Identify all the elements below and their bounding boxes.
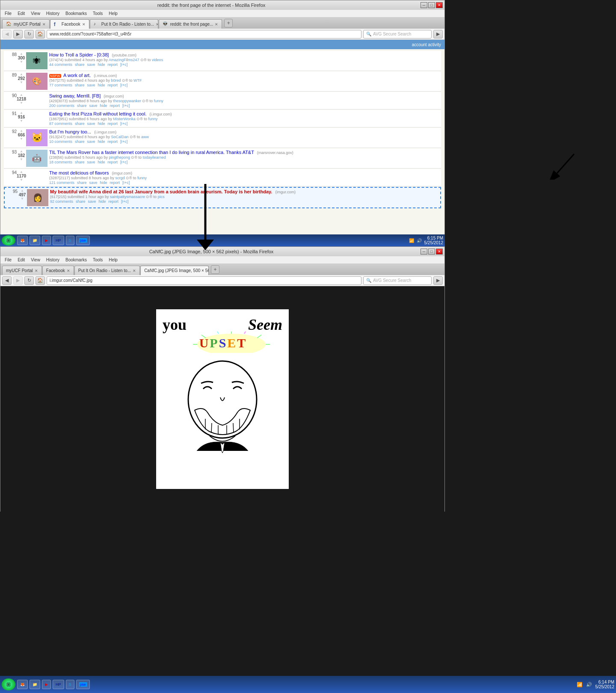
plus-95[interactable]: [I+c] (121, 199, 128, 204)
hide-95[interactable]: hide (99, 199, 106, 204)
bottom-menu-file[interactable]: File (2, 257, 14, 263)
report-95[interactable]: report (109, 199, 119, 204)
save-94[interactable]: save (89, 181, 98, 185)
post-title-94[interactable]: The most delicious of flavors (49, 170, 109, 175)
bottom-search-bar[interactable]: 🔍 AVG Secure Search (363, 276, 432, 285)
bottom-menu-tools[interactable]: Tools (90, 257, 105, 263)
comments-90[interactable]: 200 comments (49, 104, 74, 108)
menu-tools[interactable]: Tools (90, 11, 105, 16)
share-95[interactable]: share (76, 199, 86, 204)
plus-93[interactable]: [I+c] (120, 160, 127, 164)
post-author-91[interactable]: MisterWonka (113, 117, 135, 121)
bottom-tab-close-facebook[interactable]: ✕ (67, 269, 70, 273)
post-subreddit-93[interactable]: todayilearned (143, 155, 166, 160)
taskbar-hp-icon[interactable]: HP (53, 236, 64, 245)
save-95[interactable]: save (88, 199, 96, 204)
report-89[interactable]: report (108, 83, 118, 87)
taskbar-pse-icon[interactable]: pse (76, 236, 90, 245)
back-button[interactable]: ◀ (2, 30, 12, 38)
report-88[interactable]: report (108, 62, 118, 67)
comments-92[interactable]: 10 comments (49, 139, 72, 144)
start-button-top[interactable]: ⊞ (2, 235, 15, 246)
address-bar[interactable]: www.reddit.com/?count=758after=t3_u4h5r (47, 30, 361, 38)
upvote-92[interactable]: ▲ (20, 129, 23, 133)
plus-90[interactable]: [I+c] (122, 104, 130, 108)
bottom-address-bar[interactable]: i.imgur.com/CaNfC.jpg (47, 276, 361, 285)
taskbar-folder-icon[interactable]: 📁 (30, 236, 40, 245)
tab-myucf[interactable]: 🏠 myUCF Portal ✕ (2, 19, 50, 29)
tab-reddit[interactable]: 👽 reddit: the front page... ✕ (159, 19, 222, 29)
close-button[interactable]: ✕ (436, 2, 443, 8)
reload-button[interactable]: ↻ (24, 30, 34, 38)
minimize-button[interactable]: ─ (421, 2, 427, 8)
save-93[interactable]: save (87, 160, 95, 164)
post-author-90[interactable]: thesoppywanker (113, 99, 141, 103)
post-title-89[interactable]: A work of art. (63, 73, 91, 78)
report-93[interactable]: report (108, 160, 118, 164)
upvote-91[interactable]: ▲ (20, 111, 23, 115)
downvote-88[interactable]: ▼ (20, 60, 23, 64)
plus-94[interactable]: [I+c] (122, 181, 130, 185)
report-91[interactable]: report (108, 121, 118, 126)
upvote-95[interactable]: ▲ (21, 189, 24, 192)
post-subreddit-88[interactable]: videos (152, 58, 163, 62)
save-89[interactable]: save (87, 83, 95, 87)
taskbar-firefox-icon[interactable]: 🦊 (17, 236, 28, 245)
post-title-93[interactable]: TIL The Mars Rover has a faster internet… (49, 150, 254, 155)
bottom-forward-button[interactable]: ▶ (13, 276, 23, 285)
save-92[interactable]: save (87, 139, 95, 144)
bottom-new-tab-button[interactable]: + (211, 265, 219, 274)
new-tab-button[interactable]: + (224, 19, 233, 27)
taskbar-bottom-firefox[interactable]: 🦊 (17, 680, 28, 689)
save-88[interactable]: save (87, 62, 95, 67)
post-title-91[interactable]: Eating the first Pizza Roll without lett… (49, 111, 146, 116)
post-subreddit-90[interactable]: funny (154, 99, 163, 103)
tab-facebook[interactable]: f Facebook ✕ (50, 19, 89, 29)
post-author-92[interactable]: SoCalDan (111, 135, 128, 139)
plus-92[interactable]: [I+c] (120, 139, 127, 144)
upvote-93[interactable]: ▲ (20, 150, 23, 153)
report-90[interactable]: report (110, 104, 120, 108)
tab-close-radio[interactable]: ✕ (156, 22, 158, 27)
downvote-95[interactable]: ▼ (21, 197, 24, 201)
menu-history[interactable]: History (44, 11, 62, 16)
menu-edit[interactable]: Edit (15, 11, 27, 16)
maximize-button[interactable]: □ (428, 2, 435, 8)
post-subreddit-94[interactable]: funny (137, 176, 147, 180)
hide-93[interactable]: hide (98, 160, 105, 164)
plus-89[interactable]: [I+c] (120, 83, 127, 87)
menu-bookmarks[interactable]: Bookmarks (63, 11, 89, 16)
hide-91[interactable]: hide (98, 121, 105, 126)
post-author-94[interactable]: scrgd (115, 176, 124, 180)
forward-button[interactable]: ▶ (13, 30, 23, 38)
post-subreddit-91[interactable]: funny (148, 117, 157, 121)
report-92[interactable]: report (108, 139, 118, 144)
bottom-close-button[interactable]: ✕ (436, 249, 443, 255)
share-94[interactable]: share (77, 181, 87, 185)
start-button-bottom[interactable]: ⊞ (2, 678, 15, 690)
upvote-88[interactable]: ▲ (20, 52, 23, 56)
downvote-90[interactable]: ▼ (20, 101, 23, 105)
downvote-94[interactable]: ▼ (20, 178, 23, 182)
post-title-92[interactable]: But I'm hungry too... (49, 129, 91, 134)
menu-view[interactable]: View (28, 11, 43, 16)
hide-90[interactable]: hide (100, 104, 107, 108)
bottom-minimize-button[interactable]: ─ (421, 249, 427, 255)
menu-help[interactable]: Help (106, 11, 120, 16)
upvote-89[interactable]: ▲ (20, 73, 23, 76)
tab-close-facebook[interactable]: ✕ (82, 22, 86, 27)
hide-88[interactable]: hide (98, 62, 105, 67)
post-title-95[interactable]: My beautiful wife Anna died at 26 last J… (50, 189, 272, 194)
share-89[interactable]: share (75, 83, 85, 87)
share-91[interactable]: share (75, 121, 85, 126)
bottom-tab-facebook[interactable]: Facebook ✕ (42, 266, 74, 275)
hide-94[interactable]: hide (100, 181, 107, 185)
downvote-91[interactable]: ▼ (20, 119, 23, 123)
taskbar-media-icon[interactable]: ▶ (42, 236, 51, 245)
save-91[interactable]: save (87, 121, 95, 126)
comments-91[interactable]: 87 comments (49, 121, 72, 126)
bottom-menu-bookmarks[interactable]: Bookmarks (63, 257, 89, 263)
post-author-89[interactable]: b0red (111, 78, 121, 83)
upvote-90[interactable]: ▲ (20, 93, 23, 97)
downvote-93[interactable]: ▼ (20, 158, 23, 161)
